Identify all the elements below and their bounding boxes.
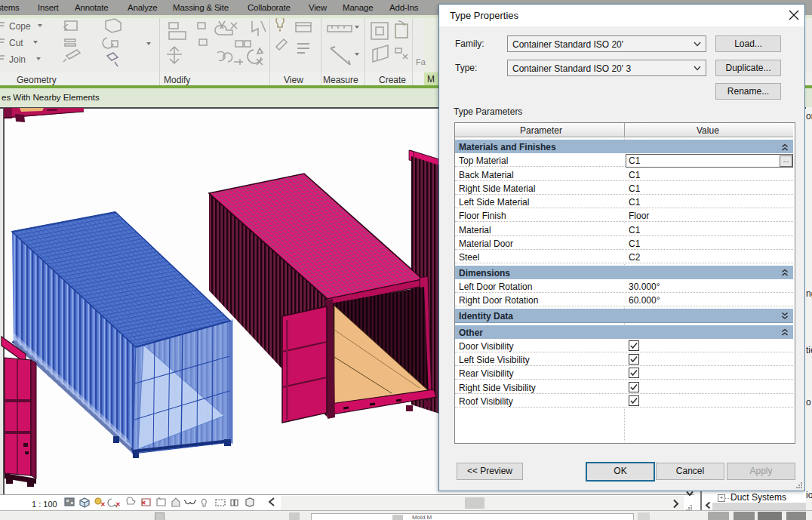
- svg-text:Cut: Cut: [9, 38, 23, 48]
- svg-text:✕: ✕: [141, 500, 146, 506]
- svg-text:Cope: Cope: [9, 21, 31, 32]
- svg-text:✕: ✕: [115, 501, 121, 508]
- svg-text:Join: Join: [9, 54, 26, 65]
- svg-text:✕: ✕: [100, 501, 106, 508]
